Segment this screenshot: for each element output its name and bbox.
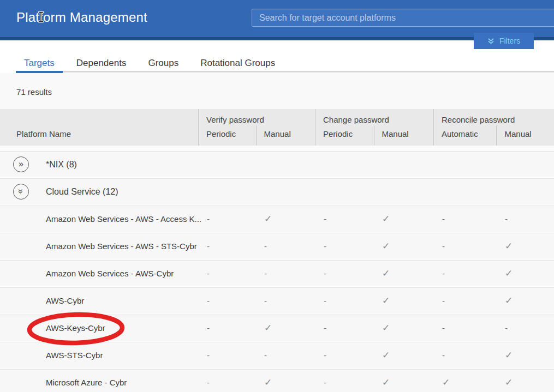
platform-name-cell: AWS-Keys-Cybr xyxy=(0,323,198,333)
expand-toggle-icon[interactable]: » xyxy=(13,184,29,200)
dash-mark: - xyxy=(315,323,373,333)
dash-mark: - xyxy=(433,269,496,278)
check-icon: ✓ xyxy=(373,240,433,252)
column-header-groups: Verify password Periodic Manual Change p… xyxy=(198,109,554,146)
dash-mark: - xyxy=(255,269,315,278)
platform-row[interactable]: AWS-Keys-Cybr -✓-✓-- xyxy=(0,315,554,341)
column-header-verify-manual: Manual xyxy=(256,125,315,146)
check-icon: ✓ xyxy=(496,295,554,306)
platform-name: Cloud Service (12) xyxy=(46,187,118,197)
dash-mark: - xyxy=(255,296,315,305)
dash-mark: - xyxy=(198,323,255,333)
double-chevron-down-icon xyxy=(487,38,495,45)
tab-groups[interactable]: Groups xyxy=(148,52,178,69)
dash-mark: - xyxy=(315,214,373,224)
filters-button[interactable]: Filters xyxy=(474,33,534,49)
column-header-reconcile-automatic: Automatic xyxy=(434,125,496,146)
dash-mark: - xyxy=(496,323,554,333)
dash-mark: - xyxy=(496,214,554,224)
platform-row[interactable]: AWS-STS-Cybr ---✓-✓ xyxy=(0,342,554,368)
dash-mark: - xyxy=(315,296,373,305)
column-group-verify-password: Verify password Periodic Manual xyxy=(198,109,315,146)
expand-toggle-icon[interactable]: » xyxy=(13,156,29,172)
dash-mark: - xyxy=(198,269,255,278)
platform-name: Amazon Web Services - AWS - Access K... xyxy=(46,214,201,224)
results-count: 71 results xyxy=(16,87,52,97)
dash-mark: - xyxy=(433,323,496,333)
check-icon: ✓ xyxy=(496,377,554,388)
column-header-verify-periodic: Periodic xyxy=(199,125,256,146)
dash-mark: - xyxy=(315,242,373,251)
platform-name-cell: » Cloud Service (12) xyxy=(0,184,198,200)
platform-name-cell: Amazon Web Services - AWS - STS-Cybr xyxy=(0,242,198,251)
platform-name-cell: Amazon Web Services - AWS - Access K... xyxy=(0,214,198,224)
table-header: Platform Name Verify password Periodic M… xyxy=(0,109,554,146)
check-icon: ✓ xyxy=(373,349,433,361)
search-input[interactable] xyxy=(252,9,554,27)
row-cells: ---✓-✓ xyxy=(198,261,554,286)
platform-name-cell: Amazon Web Services - AWS-Cybr xyxy=(0,269,198,278)
tab-dependents[interactable]: Dependents xyxy=(76,52,127,69)
check-icon: ✓ xyxy=(373,295,433,306)
tab-rotational-groups[interactable]: Rotational Groups xyxy=(200,52,275,69)
platform-row[interactable]: Amazon Web Services - AWS - STS-Cybr ---… xyxy=(0,233,554,259)
row-cells: ---✓-✓ xyxy=(198,342,554,368)
group-row[interactable]: » Cloud Service (12) xyxy=(0,178,554,204)
page-title: Platform Management xyxy=(16,10,147,25)
column-group-label: Verify password xyxy=(199,109,315,124)
platform-name-cell: » *NIX (8) xyxy=(0,156,198,172)
check-icon: ✓ xyxy=(373,268,433,279)
check-icon: ✓ xyxy=(373,213,433,225)
column-header-change-manual: Manual xyxy=(374,125,434,146)
check-icon: ✓ xyxy=(433,377,496,388)
dash-mark: - xyxy=(198,296,255,305)
platform-name: Microsoft Azure - Cybr xyxy=(46,378,127,387)
dash-mark: - xyxy=(198,214,255,224)
check-icon: ✓ xyxy=(496,349,554,361)
check-icon: ✓ xyxy=(496,240,554,252)
column-header-reconcile-manual: Manual xyxy=(496,125,554,146)
results-bar: 71 results xyxy=(0,73,554,109)
platform-row[interactable]: Amazon Web Services - AWS - Access K... … xyxy=(0,206,554,232)
platform-name: AWS-Cybr xyxy=(46,296,84,305)
platform-name: *NIX (8) xyxy=(46,160,77,170)
column-group-change-password: Change password Periodic Manual xyxy=(315,109,433,146)
column-group-label: Reconcile password xyxy=(434,109,554,124)
platform-name: Amazon Web Services - AWS-Cybr xyxy=(46,269,174,278)
check-icon: ✓ xyxy=(255,322,315,334)
tab-targets[interactable]: Targets xyxy=(24,52,55,69)
platform-name-cell: Microsoft Azure - Cybr xyxy=(0,378,198,387)
dash-mark: - xyxy=(433,296,496,305)
check-icon: ✓ xyxy=(373,377,433,388)
group-row[interactable]: » *NIX (8) xyxy=(0,151,554,177)
check-icon: ✓ xyxy=(255,213,315,225)
header-bottom-strip xyxy=(0,37,554,40)
row-cells: ---✓-✓ xyxy=(198,233,554,259)
dash-mark: - xyxy=(433,214,496,224)
column-header-platform-name: Platform Name xyxy=(16,129,71,138)
platform-row[interactable]: Microsoft Azure - Cybr -✓-✓✓✓ xyxy=(0,369,554,392)
dash-mark: - xyxy=(255,242,315,251)
dash-mark: - xyxy=(198,351,255,360)
dash-mark: - xyxy=(433,242,496,251)
row-cells: -✓-✓-- xyxy=(198,315,554,341)
table-body: » *NIX (8) » Cloud Service (12) Amazon W… xyxy=(0,146,554,392)
platform-name: AWS-Keys-Cybr xyxy=(46,323,105,333)
dash-mark: - xyxy=(198,242,255,251)
dash-mark: - xyxy=(315,378,373,387)
row-cells: -✓-✓✓✓ xyxy=(198,370,554,392)
platform-name: Amazon Web Services - AWS - STS-Cybr xyxy=(46,242,197,251)
platform-name-cell: AWS-Cybr xyxy=(0,296,198,305)
row-cells: -✓-✓-- xyxy=(198,206,554,232)
dash-mark: - xyxy=(433,351,496,360)
dash-mark: - xyxy=(255,351,315,360)
platform-row[interactable]: AWS-Cybr ---✓-✓ xyxy=(0,287,554,313)
column-group-label: Change password xyxy=(315,109,433,124)
platform-row[interactable]: Amazon Web Services - AWS-Cybr ---✓-✓ xyxy=(0,260,554,286)
dash-mark: - xyxy=(198,378,255,387)
column-header-change-periodic: Periodic xyxy=(315,125,374,146)
tab-underline-track xyxy=(63,71,554,73)
row-cells: ---✓-✓ xyxy=(198,288,554,313)
dash-mark: - xyxy=(315,351,373,360)
column-group-reconcile-password: Reconcile password Automatic Manual xyxy=(433,109,554,146)
